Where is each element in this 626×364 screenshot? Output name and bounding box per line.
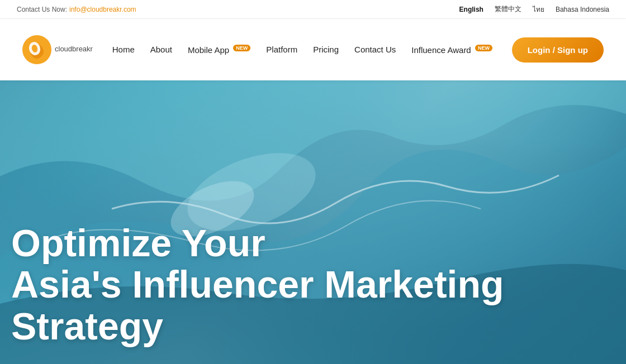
- main-navbar: cloudbreakr Home About Mobile App New Pl…: [0, 19, 626, 80]
- nav-item-about[interactable]: About: [150, 45, 172, 55]
- nav-link-platform[interactable]: Platform: [266, 45, 297, 54]
- lang-bahasa[interactable]: Bahasa Indonesia: [556, 6, 609, 13]
- contact-email: info@cloudbreakr.com: [69, 6, 136, 13]
- lang-english[interactable]: English: [459, 6, 483, 13]
- hero-text-container: Optimize Your Asia's Influencer Marketin…: [0, 222, 626, 347]
- badge-mobile-app: New: [233, 45, 250, 51]
- contact-label: Contact Us Now:: [17, 6, 67, 13]
- lang-thai[interactable]: ไทย: [533, 4, 544, 15]
- nav-item-influence-award[interactable]: Influence Award New: [411, 45, 492, 55]
- nav-item-contact[interactable]: Contact Us: [354, 45, 396, 55]
- hero-heading-line2: Asia's Influencer Marketing Strategy: [11, 263, 504, 347]
- logo-icon: [22, 35, 51, 64]
- nav-menu: Home About Mobile App New Platform Prici…: [112, 45, 492, 55]
- nav-link-contact[interactable]: Contact Us: [354, 45, 396, 54]
- top-bar: Contact Us Now: info@cloudbreakr.com Eng…: [0, 0, 626, 19]
- hero-heading: Optimize Your Asia's Influencer Marketin…: [11, 222, 615, 347]
- badge-influence-award: New: [475, 45, 492, 51]
- nav-link-about[interactable]: About: [150, 45, 172, 54]
- lang-chinese[interactable]: 繁體中文: [495, 4, 521, 14]
- nav-item-pricing[interactable]: Pricing: [313, 45, 339, 55]
- nav-item-mobile-app[interactable]: Mobile App New: [188, 45, 250, 55]
- nav-link-home[interactable]: Home: [112, 45, 135, 54]
- nav-link-influence-award[interactable]: Influence Award New: [411, 45, 492, 55]
- nav-item-platform[interactable]: Platform: [266, 45, 297, 55]
- hero-heading-line1: Optimize Your: [11, 222, 265, 264]
- logo-text: cloudbreakr: [55, 45, 93, 53]
- login-signup-button[interactable]: Login / Sign up: [512, 37, 604, 63]
- language-selector: English 繁體中文 ไทย Bahasa Indonesia: [459, 4, 609, 15]
- hero-section: Optimize Your Asia's Influencer Marketin…: [0, 80, 626, 364]
- nav-link-mobile-app[interactable]: Mobile App New: [188, 45, 250, 55]
- nav-item-home[interactable]: Home: [112, 45, 135, 55]
- nav-link-pricing[interactable]: Pricing: [313, 45, 339, 54]
- logo[interactable]: cloudbreakr: [22, 35, 93, 64]
- top-bar-contact: Contact Us Now: info@cloudbreakr.com: [17, 6, 136, 13]
